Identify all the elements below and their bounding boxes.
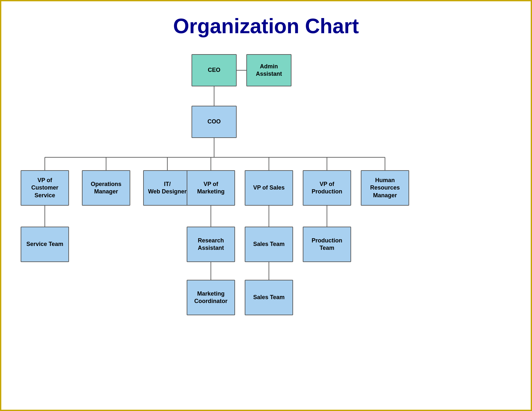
node-service-team: Service Team (21, 227, 69, 262)
node-it-web-designer: IT/Web Designer (143, 170, 192, 206)
chart-area: CEO AdminAssistant COO VP ofCustomerServ… (8, 48, 524, 401)
node-research-assistant: ResearchAssistant (187, 227, 235, 262)
node-production-team: ProductionTeam (303, 227, 351, 262)
node-coo: COO (192, 106, 237, 138)
node-hr-manager: HumanResourcesManager (361, 170, 409, 206)
node-vp-sales: VP of Sales (245, 170, 293, 206)
node-vp-marketing: VP ofMarketing (187, 170, 235, 206)
org-chart-connectors (8, 48, 524, 401)
node-sales-team-1: Sales Team (245, 227, 293, 262)
page: Organization Chart (1, 1, 531, 410)
node-vp-customer-service: VP ofCustomerService (21, 170, 69, 206)
node-ceo: CEO (192, 54, 237, 86)
node-vp-production: VP ofProduction (303, 170, 351, 206)
page-title: Organization Chart (8, 8, 524, 48)
node-marketing-coordinator: MarketingCoordinator (187, 280, 235, 315)
node-operations-manager: OperationsManager (82, 170, 130, 206)
node-sales-team-2: Sales Team (245, 280, 293, 315)
node-admin-assistant: AdminAssistant (246, 54, 291, 86)
